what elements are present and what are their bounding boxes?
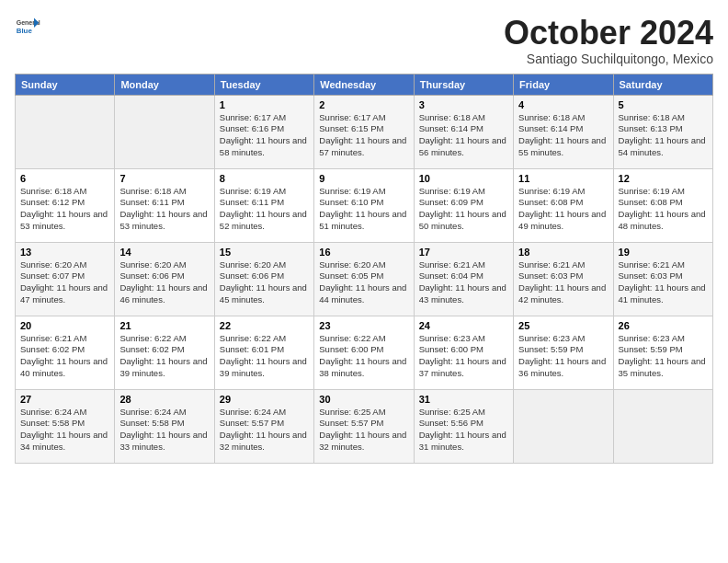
day-info: Sunrise: 6:22 AM Sunset: 6:02 PM Dayligh…	[119, 333, 209, 380]
calendar-cell: 2Sunrise: 6:17 AM Sunset: 6:15 PM Daylig…	[314, 95, 414, 168]
calendar-cell: 10Sunrise: 6:19 AM Sunset: 6:09 PM Dayli…	[414, 168, 513, 242]
day-number: 11	[518, 173, 608, 184]
day-info: Sunrise: 6:18 AM Sunset: 6:13 PM Dayligh…	[619, 112, 708, 159]
day-number: 1	[220, 99, 309, 110]
calendar-cell: 3Sunrise: 6:18 AM Sunset: 6:14 PM Daylig…	[414, 95, 513, 168]
day-number: 7	[119, 173, 209, 184]
day-number: 21	[119, 320, 209, 331]
day-info: Sunrise: 6:24 AM Sunset: 5:58 PM Dayligh…	[119, 407, 209, 454]
calendar-cell	[115, 95, 214, 168]
calendar-cell: 23Sunrise: 6:22 AM Sunset: 6:00 PM Dayli…	[314, 316, 414, 389]
day-info: Sunrise: 6:20 AM Sunset: 6:06 PM Dayligh…	[119, 259, 209, 306]
svg-text:Blue: Blue	[17, 27, 33, 35]
day-number: 12	[619, 173, 708, 184]
week-row-4: 20Sunrise: 6:21 AM Sunset: 6:02 PM Dayli…	[16, 316, 713, 389]
weekday-header-saturday: Saturday	[613, 74, 712, 95]
day-info: Sunrise: 6:24 AM Sunset: 5:58 PM Dayligh…	[20, 407, 109, 454]
calendar-cell: 22Sunrise: 6:22 AM Sunset: 6:01 PM Dayli…	[214, 316, 313, 389]
day-number: 14	[119, 247, 209, 258]
day-info: Sunrise: 6:21 AM Sunset: 6:03 PM Dayligh…	[518, 259, 608, 306]
calendar-cell: 21Sunrise: 6:22 AM Sunset: 6:02 PM Dayli…	[115, 316, 214, 389]
day-info: Sunrise: 6:23 AM Sunset: 6:00 PM Dayligh…	[419, 333, 508, 380]
calendar-cell: 8Sunrise: 6:19 AM Sunset: 6:11 PM Daylig…	[214, 168, 313, 242]
calendar-cell: 31Sunrise: 6:25 AM Sunset: 5:56 PM Dayli…	[414, 389, 513, 463]
calendar-cell: 4Sunrise: 6:18 AM Sunset: 6:14 PM Daylig…	[514, 95, 613, 168]
calendar-cell: 6Sunrise: 6:18 AM Sunset: 6:12 PM Daylig…	[16, 168, 115, 242]
calendar-cell: 20Sunrise: 6:21 AM Sunset: 6:02 PM Dayli…	[16, 316, 115, 389]
day-info: Sunrise: 6:20 AM Sunset: 6:06 PM Dayligh…	[220, 259, 309, 306]
weekday-header-friday: Friday	[514, 74, 613, 95]
calendar-cell: 18Sunrise: 6:21 AM Sunset: 6:03 PM Dayli…	[514, 242, 613, 316]
day-number: 4	[518, 99, 608, 110]
calendar-cell: 7Sunrise: 6:18 AM Sunset: 6:11 PM Daylig…	[115, 168, 214, 242]
calendar-cell: 14Sunrise: 6:20 AM Sunset: 6:06 PM Dayli…	[115, 242, 214, 316]
day-info: Sunrise: 6:25 AM Sunset: 5:57 PM Dayligh…	[319, 407, 408, 454]
calendar-cell: 17Sunrise: 6:21 AM Sunset: 6:04 PM Dayli…	[414, 242, 513, 316]
day-number: 9	[319, 173, 408, 184]
calendar-cell	[613, 389, 712, 463]
calendar-cell: 19Sunrise: 6:21 AM Sunset: 6:03 PM Dayli…	[613, 242, 712, 316]
calendar-cell: 11Sunrise: 6:19 AM Sunset: 6:08 PM Dayli…	[514, 168, 613, 242]
day-number: 17	[419, 247, 508, 258]
day-info: Sunrise: 6:21 AM Sunset: 6:04 PM Dayligh…	[419, 259, 508, 306]
day-number: 10	[419, 173, 508, 184]
day-number: 24	[419, 320, 508, 331]
calendar-cell: 28Sunrise: 6:24 AM Sunset: 5:58 PM Dayli…	[115, 389, 214, 463]
page-header: General Blue October 2024 Santiago Suchi…	[15, 15, 713, 66]
calendar-cell: 15Sunrise: 6:20 AM Sunset: 6:06 PM Dayli…	[214, 242, 313, 316]
day-number: 16	[319, 247, 408, 258]
day-number: 31	[419, 394, 508, 405]
calendar-cell: 29Sunrise: 6:24 AM Sunset: 5:57 PM Dayli…	[214, 389, 313, 463]
day-number: 22	[220, 320, 309, 331]
calendar-cell: 16Sunrise: 6:20 AM Sunset: 6:05 PM Dayli…	[314, 242, 414, 316]
day-info: Sunrise: 6:18 AM Sunset: 6:14 PM Dayligh…	[518, 112, 608, 159]
calendar-cell: 12Sunrise: 6:19 AM Sunset: 6:08 PM Dayli…	[613, 168, 712, 242]
day-info: Sunrise: 6:23 AM Sunset: 5:59 PM Dayligh…	[619, 333, 708, 380]
calendar-cell: 5Sunrise: 6:18 AM Sunset: 6:13 PM Daylig…	[613, 95, 712, 168]
day-info: Sunrise: 6:19 AM Sunset: 6:08 PM Dayligh…	[518, 186, 608, 233]
day-info: Sunrise: 6:18 AM Sunset: 6:12 PM Dayligh…	[20, 186, 109, 233]
calendar-cell: 1Sunrise: 6:17 AM Sunset: 6:16 PM Daylig…	[214, 95, 313, 168]
title-block: October 2024 Santiago Suchilquitongo, Me…	[504, 15, 713, 66]
weekday-header-wednesday: Wednesday	[314, 74, 414, 95]
day-number: 5	[619, 99, 708, 110]
calendar-cell: 27Sunrise: 6:24 AM Sunset: 5:58 PM Dayli…	[16, 389, 115, 463]
day-number: 19	[619, 247, 708, 258]
day-number: 13	[20, 247, 109, 258]
calendar-table: SundayMondayTuesdayWednesdayThursdayFrid…	[15, 74, 713, 464]
calendar-cell	[16, 95, 115, 168]
day-number: 2	[319, 99, 408, 110]
week-row-3: 13Sunrise: 6:20 AM Sunset: 6:07 PM Dayli…	[16, 242, 713, 316]
day-info: Sunrise: 6:18 AM Sunset: 6:11 PM Dayligh…	[119, 186, 209, 233]
day-number: 27	[20, 394, 109, 405]
day-info: Sunrise: 6:19 AM Sunset: 6:08 PM Dayligh…	[619, 186, 708, 233]
day-info: Sunrise: 6:20 AM Sunset: 6:07 PM Dayligh…	[20, 259, 109, 306]
day-number: 20	[20, 320, 109, 331]
day-info: Sunrise: 6:22 AM Sunset: 6:01 PM Dayligh…	[220, 333, 309, 380]
day-info: Sunrise: 6:24 AM Sunset: 5:57 PM Dayligh…	[220, 407, 309, 454]
calendar-cell: 25Sunrise: 6:23 AM Sunset: 5:59 PM Dayli…	[514, 316, 613, 389]
day-number: 6	[20, 173, 109, 184]
day-number: 26	[619, 320, 708, 331]
weekday-header-sunday: Sunday	[16, 74, 115, 95]
location: Santiago Suchilquitongo, Mexico	[504, 52, 713, 66]
weekday-header-row: SundayMondayTuesdayWednesdayThursdayFrid…	[16, 74, 713, 95]
day-info: Sunrise: 6:17 AM Sunset: 6:15 PM Dayligh…	[319, 112, 408, 159]
weekday-header-monday: Monday	[115, 74, 214, 95]
day-info: Sunrise: 6:19 AM Sunset: 6:09 PM Dayligh…	[419, 186, 508, 233]
weekday-header-tuesday: Tuesday	[214, 74, 313, 95]
day-info: Sunrise: 6:18 AM Sunset: 6:14 PM Dayligh…	[419, 112, 508, 159]
calendar-cell: 9Sunrise: 6:19 AM Sunset: 6:10 PM Daylig…	[314, 168, 414, 242]
day-info: Sunrise: 6:23 AM Sunset: 5:59 PM Dayligh…	[518, 333, 608, 380]
week-row-1: 1Sunrise: 6:17 AM Sunset: 6:16 PM Daylig…	[16, 95, 713, 168]
day-info: Sunrise: 6:22 AM Sunset: 6:00 PM Dayligh…	[319, 333, 408, 380]
logo-icon: General Blue	[15, 15, 40, 40]
day-info: Sunrise: 6:25 AM Sunset: 5:56 PM Dayligh…	[419, 407, 508, 454]
day-number: 29	[220, 394, 309, 405]
calendar-cell: 24Sunrise: 6:23 AM Sunset: 6:00 PM Dayli…	[414, 316, 513, 389]
day-info: Sunrise: 6:19 AM Sunset: 6:10 PM Dayligh…	[319, 186, 408, 233]
day-number: 28	[119, 394, 209, 405]
logo: General Blue	[15, 15, 40, 40]
calendar-cell	[514, 389, 613, 463]
month-title: October 2024	[504, 15, 713, 52]
